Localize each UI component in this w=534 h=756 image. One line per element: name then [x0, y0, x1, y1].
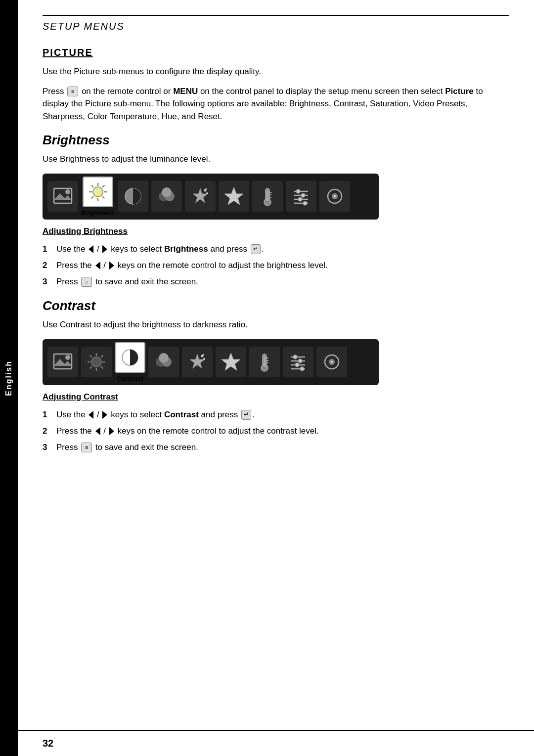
- arrow-right-icon: [102, 245, 107, 253]
- svg-line-11: [91, 196, 93, 198]
- menu-key-icon: ≡: [81, 277, 92, 287]
- enter-key: ↵: [251, 244, 261, 254]
- brightness-icon-wrapper: Brightness: [81, 177, 115, 217]
- svg-point-31: [296, 189, 300, 193]
- svg-point-41: [91, 357, 101, 367]
- svg-point-53: [159, 353, 169, 363]
- contrast-menu-icon-contrast-active: [115, 342, 145, 373]
- contrast-menu-icon-sharpness: [216, 347, 246, 377]
- arrow-left-icon: [89, 245, 93, 253]
- bottom-bar: 32: [18, 730, 534, 756]
- contrast-menu-icon-saturation: [148, 347, 179, 377]
- brightness-step-3: 3 Press ≡ to save and exit the screen.: [43, 275, 509, 288]
- arrow-left-icon: [95, 262, 100, 269]
- svg-marker-1: [54, 193, 72, 200]
- svg-point-2: [65, 189, 70, 194]
- contrast-step-2: 2 Press the / keys on the remote control…: [43, 424, 509, 438]
- enter-key-c1: ↵: [241, 410, 251, 420]
- svg-point-34: [303, 201, 307, 205]
- arrow-right-icon: [109, 262, 114, 269]
- svg-line-10: [102, 185, 104, 187]
- menu-icon-reset: [319, 181, 350, 212]
- contrast-step-1: 1 Use the / keys to select Contrast and …: [43, 408, 509, 421]
- contrast-title: Contrast: [43, 298, 509, 313]
- svg-point-56: [203, 358, 205, 360]
- menu-icon-inline: ≡: [67, 87, 78, 96]
- svg-rect-61: [264, 356, 266, 367]
- svg-point-33: [298, 197, 302, 201]
- menu-icon-hue: [286, 181, 316, 212]
- contrast-menu-icon-reset: [316, 347, 347, 377]
- brightness-desc: Use Brightness to adjust the luminance l…: [43, 153, 509, 166]
- svg-point-69: [293, 355, 297, 359]
- menu-key-icon-c3: ≡: [81, 443, 92, 452]
- svg-line-46: [90, 356, 92, 357]
- svg-point-75: [331, 361, 333, 363]
- intro-text-2: Press ≡ on the remote control or MENU on…: [43, 85, 509, 123]
- svg-marker-39: [54, 359, 72, 366]
- svg-marker-20: [224, 187, 243, 205]
- menu-icon-picture: [47, 181, 78, 212]
- contrast-menu-icon-temperature: [249, 347, 280, 377]
- svg-line-47: [101, 366, 103, 368]
- side-tab: English: [0, 0, 18, 756]
- svg-point-32: [301, 193, 305, 197]
- contrast-menu-icon-video-presets: [182, 347, 213, 377]
- svg-point-15: [162, 187, 172, 197]
- svg-point-37: [334, 195, 336, 197]
- svg-point-70: [298, 359, 302, 363]
- brightness-title: Brightness: [43, 133, 509, 148]
- contrast-menu-icon-hue: [283, 347, 313, 377]
- contrast-menu-icon-brightness: [81, 347, 112, 377]
- header-section: SETUP MENUS: [43, 15, 509, 32]
- arrow-left-icon-c2: [95, 427, 100, 435]
- page-number: 32: [43, 738, 53, 749]
- contrast-menu-container: Contrast: [43, 339, 509, 385]
- svg-line-49: [90, 366, 92, 368]
- menu-icon-sharpness: [219, 181, 249, 212]
- menu-icon-saturation: [151, 181, 182, 212]
- picture-heading: PICTURE: [43, 47, 509, 58]
- menu-icon-brightness-active: [83, 177, 113, 207]
- arrow-left-icon-c1: [89, 411, 93, 419]
- main-content: SETUP MENUS PICTURE Use the Picture sub-…: [18, 0, 534, 756]
- contrast-step-3: 3 Press ≡ to save and exit the screen.: [43, 441, 509, 454]
- menu-icon-contrast: [118, 181, 148, 212]
- svg-point-71: [295, 363, 299, 367]
- brightness-step-2: 2 Press the / keys on the remote control…: [43, 259, 509, 272]
- contrast-icon-wrapper: Contrast: [115, 342, 145, 382]
- svg-point-40: [65, 355, 70, 360]
- brightness-steps: 1 Use the / keys to select Brightness an…: [43, 242, 509, 289]
- contrast-menu-icon-picture: [47, 347, 78, 377]
- svg-point-57: [203, 354, 204, 356]
- brightness-menu-bar: Brightness: [43, 174, 379, 220]
- arrow-right-icon-c1: [102, 411, 107, 419]
- svg-point-19: [205, 188, 207, 190]
- brightness-step-1: 1 Use the / keys to select Brightness an…: [43, 242, 509, 256]
- svg-line-48: [101, 356, 103, 357]
- svg-rect-23: [267, 190, 268, 201]
- contrast-icon-label: Contrast: [117, 375, 143, 382]
- brightness-icon-label: Brightness: [81, 209, 115, 217]
- brightness-menu-container: Brightness: [43, 174, 509, 220]
- menu-icon-temperature: [252, 181, 283, 212]
- section-header-title: SETUP MENUS: [43, 21, 125, 32]
- svg-marker-58: [222, 353, 240, 370]
- adjusting-brightness-heading: Adjusting Brightness: [43, 226, 509, 236]
- svg-point-18: [206, 192, 208, 194]
- svg-point-72: [300, 367, 304, 371]
- contrast-desc: Use Contrast to adjust the brightness to…: [43, 318, 509, 331]
- adjusting-contrast-heading: Adjusting Contrast: [43, 392, 509, 402]
- contrast-steps: 1 Use the / keys to select Contrast and …: [43, 408, 509, 454]
- svg-line-8: [91, 185, 93, 187]
- contrast-menu-bar: Contrast: [43, 339, 379, 385]
- side-tab-label: English: [4, 360, 13, 396]
- svg-point-3: [93, 187, 103, 197]
- menu-icon-video-presets: [185, 181, 216, 212]
- intro-text-1: Use the Picture sub-menus to configure t…: [43, 65, 509, 78]
- svg-line-9: [102, 196, 104, 198]
- arrow-right-icon-c2: [109, 427, 114, 435]
